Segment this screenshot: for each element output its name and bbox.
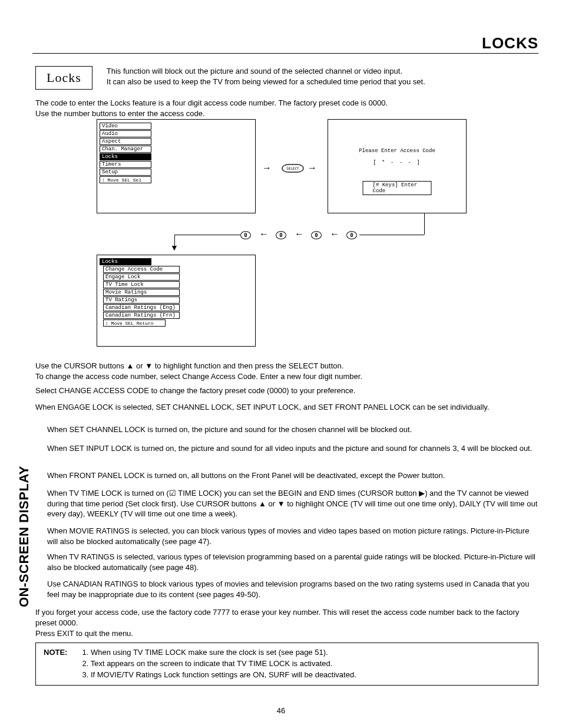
arrow-icon: ← — [330, 229, 339, 239]
osd1-item-video: Video — [100, 123, 151, 130]
para-press-exit: Press EXIT to quit the menu. — [35, 628, 133, 639]
para-change-access: Select CHANGE ACCESS CODE to change the … — [35, 386, 355, 396]
osd-locks-menu: Locks Change Access Code Engage Lock TV … — [97, 255, 256, 347]
osd2-movie-ratings: Movie Ratings — [103, 289, 180, 296]
access-prompt: Please Enter Access Code — [328, 148, 466, 154]
note-2: 2. Text appears on the screen to indicat… — [82, 659, 332, 668]
osd2-tv-time-lock: TV Time Lock — [103, 281, 180, 288]
key-0: 0 — [276, 231, 286, 239]
osd2-canadian-eng: Canadian Ratings (Eng) — [103, 304, 180, 311]
page-number: 46 — [0, 706, 562, 715]
connector-line — [174, 235, 240, 235]
sidebar-label: ON-SCREEN DISPLAY — [16, 466, 32, 607]
p2b: To change the access code number, select… — [35, 372, 362, 381]
osd1-item-aspect: Aspect — [100, 138, 151, 145]
intro-line2: It can also be used to keep the TV from … — [107, 77, 425, 86]
osd2-change-access-code: Change Access Code — [103, 266, 180, 273]
note-1: 1. When using TV TIME LOCK make sure the… — [82, 648, 328, 657]
para1-l2: Use the number buttons to enter the acce… — [35, 109, 205, 118]
osd2-tv-ratings: TV Ratings — [103, 297, 180, 304]
para-tv-time-lock: When TV TIME LOCK is turned on (☑ TIME L… — [47, 488, 538, 519]
page-header-title: LOCKS — [482, 34, 538, 52]
connector-line — [359, 235, 424, 235]
para-front-panel-lock: When FRONT PANEL LOCK is turned on, all … — [47, 470, 538, 481]
osd2-canadian-frn: Canadian Ratings (Frn) — [103, 312, 180, 319]
note-box: NOTE: 1. When using TV TIME LOCK make su… — [35, 643, 538, 686]
connector-line — [424, 213, 425, 235]
osd1-item-locks: Locks — [100, 153, 151, 160]
access-mask: [ * - - - ] — [328, 160, 466, 166]
osd2-title: Locks — [100, 258, 151, 265]
key-0: 0 — [346, 231, 357, 239]
key-0: 0 — [240, 231, 251, 239]
para1-l1: The code to enter the Locks feature is a… — [35, 98, 388, 107]
para-set-input-lock: When SET INPUT LOCK is turned on, the pi… — [47, 443, 538, 454]
osd1-item-setup: Setup — [100, 169, 151, 176]
para-access-code-intro: The code to enter the Locks feature is a… — [35, 98, 388, 118]
para-cursor: Use the CURSOR buttons ▲ or ▼ to highlig… — [35, 361, 362, 381]
access-hint: [# Keys] Enter Code — [363, 181, 432, 195]
intro-line1: This function will block out the picture… — [107, 67, 402, 75]
header-rule — [32, 53, 538, 54]
p2a: Use the CURSOR buttons ▲ or ▼ to highlig… — [35, 361, 343, 370]
intro-row: Locks This function will block out the p… — [35, 66, 538, 90]
osd1-item-chan-manager: Chan. Manager — [100, 146, 151, 153]
osd1-hint: ↕ Move SEL Sel — [100, 176, 151, 183]
arrow-icon: → — [308, 163, 317, 173]
note-label: NOTE: — [43, 647, 81, 681]
key-0: 0 — [311, 231, 322, 239]
para-set-channel-lock: When SET CHANNEL LOCK is turned on, the … — [47, 424, 538, 435]
para-tv-ratings: When TV RATINGS is selected, various typ… — [47, 552, 538, 572]
osd1-item-timers: Timers — [100, 161, 151, 168]
note-3: 3. If MOVIE/TV Ratings Lock function set… — [82, 670, 356, 679]
select-button: SELECT — [282, 164, 304, 173]
osd-main-menu: Video Audio Aspect Chan. Manager Locks T… — [97, 119, 256, 213]
osd2-hint: ↕ Move SEL Return — [103, 319, 166, 327]
osd2-engage-lock: Engage Lock — [103, 274, 180, 281]
arrow-down-icon: ▼ — [170, 243, 178, 252]
para-engage-lock: When ENGAGE LOCK is selected, SET CHANNE… — [35, 402, 538, 413]
para-forget-code: If you forget your access code, use the … — [35, 607, 538, 628]
access-code-panel: Please Enter Access Code [ * - - - ] [# … — [328, 119, 467, 213]
osd1-item-audio: Audio — [100, 130, 151, 137]
arrow-icon: → — [262, 163, 272, 173]
intro-text: This function will block out the picture… — [107, 66, 425, 87]
arrow-icon: ← — [295, 229, 304, 239]
para-movie-ratings: When MOVIE RATINGS is selected, you can … — [47, 526, 538, 546]
para-canadian-ratings: Use CANADIAN RATINGS to block various ty… — [47, 579, 538, 599]
arrow-icon: ← — [259, 229, 269, 239]
section-title-box: Locks — [35, 66, 92, 90]
page: LOCKS ON-SCREEN DISPLAY Locks This funct… — [0, 0, 562, 728]
